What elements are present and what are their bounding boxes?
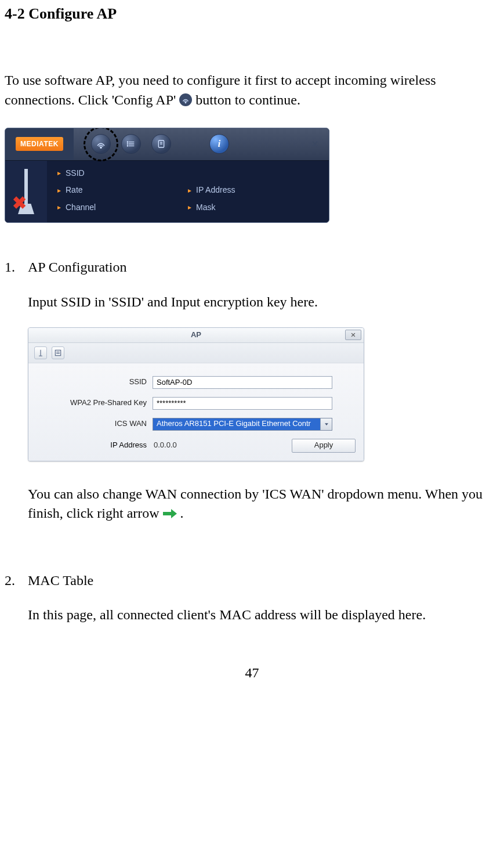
field-ssid: ▸SSID bbox=[57, 168, 188, 179]
ap-config-dialog: AP SSID WPA2 Pre-Shared Key bbox=[28, 327, 364, 461]
input-wpa-key[interactable] bbox=[153, 397, 332, 410]
row-ip: IP Address 0.0.0.0 Apply bbox=[37, 439, 356, 453]
chevron-icon: ▸ bbox=[188, 203, 191, 212]
page-number: 47 bbox=[5, 663, 499, 683]
section-heading: 4-2 Configure AP bbox=[5, 3, 499, 24]
select-value: Atheros AR8151 PCI-E Gigabit Ethernet Co… bbox=[153, 418, 320, 430]
step-number: 2. bbox=[5, 571, 22, 640]
step1-after-text-1: You can also change WAN connection by 'I… bbox=[28, 486, 483, 521]
info-button[interactable]: i bbox=[209, 134, 229, 154]
row-ics: ICS WAN Atheros AR8151 PCI-E Gigabit Eth… bbox=[37, 418, 356, 431]
select-ics-wan[interactable]: Atheros AR8151 PCI-E Gigabit Ethernet Co… bbox=[153, 418, 332, 431]
logo-text: MEDIATEK bbox=[16, 137, 63, 151]
row-wpa: WPA2 Pre-Shared Key bbox=[37, 397, 356, 410]
step-number: 1. bbox=[5, 258, 22, 538]
label-ics: ICS WAN bbox=[37, 418, 147, 429]
chevron-down-icon bbox=[320, 418, 332, 430]
row-ssid: SSID bbox=[37, 376, 356, 389]
field-rate: ▸Rate bbox=[57, 185, 188, 196]
svg-point-0 bbox=[185, 102, 186, 103]
step1-desc: Input SSID in 'SSID' and Input encryptio… bbox=[28, 293, 499, 312]
panel1-close-button[interactable] bbox=[301, 128, 329, 160]
label-ssid: SSID bbox=[37, 377, 147, 387]
chevron-icon: ▸ bbox=[188, 186, 191, 196]
panel1-body: ✖ ▸SSID ▸Rate ▸IP Address ▸Channel ▸Mask bbox=[5, 161, 329, 223]
list-button[interactable] bbox=[121, 134, 141, 154]
field-ip: ▸IP Address bbox=[188, 185, 318, 196]
step1-after-text-2: . bbox=[180, 506, 184, 521]
input-ssid[interactable] bbox=[153, 376, 332, 389]
config-ap-icon bbox=[179, 93, 192, 106]
value-ip: 0.0.0.0 bbox=[153, 440, 286, 450]
svg-point-6 bbox=[127, 143, 128, 144]
dialog-tabs bbox=[28, 343, 364, 363]
intro-paragraph: To use software AP, you need to configur… bbox=[5, 71, 499, 110]
svg-point-1 bbox=[100, 147, 101, 148]
toolbar-icons: i bbox=[74, 128, 301, 160]
tab-list-icon[interactable] bbox=[52, 346, 64, 359]
mediatek-logo: MEDIATEK bbox=[5, 128, 74, 160]
field-channel: ▸Channel bbox=[57, 202, 188, 214]
field-mask: ▸Mask bbox=[188, 202, 318, 214]
chevron-icon: ▸ bbox=[57, 186, 61, 196]
chevron-icon: ▸ bbox=[57, 203, 61, 212]
log-button[interactable] bbox=[151, 134, 171, 154]
svg-rect-19 bbox=[163, 512, 171, 515]
mediatek-panel: MEDIATEK i ✖ bbox=[5, 128, 329, 223]
label-wpa: WPA2 Pre-Shared Key bbox=[37, 398, 147, 408]
dialog-title: AP bbox=[191, 330, 201, 340]
step2-desc: In this page, all connected client's MAC… bbox=[28, 605, 499, 625]
dialog-close-button[interactable] bbox=[345, 330, 361, 340]
step2-title: MAC Table bbox=[28, 571, 499, 591]
right-arrow-icon bbox=[163, 508, 177, 519]
intro-text-2: button to continue. bbox=[195, 92, 300, 107]
svg-point-5 bbox=[127, 142, 128, 142]
apply-button[interactable]: Apply bbox=[292, 439, 356, 453]
panel1-toolbar: MEDIATEK i bbox=[5, 128, 329, 161]
label-ip: IP Address bbox=[37, 440, 147, 450]
antenna-icon: ✖ bbox=[5, 161, 47, 223]
tab-antenna-icon[interactable] bbox=[34, 346, 47, 359]
dialog-titlebar: AP bbox=[28, 328, 364, 343]
svg-point-7 bbox=[127, 146, 128, 146]
step1-after: You can also change WAN connection by 'I… bbox=[28, 485, 499, 524]
step-1: 1. AP Configuration Input SSID in 'SSID'… bbox=[5, 258, 499, 538]
step1-title: AP Configuration bbox=[28, 258, 499, 277]
config-ap-button[interactable] bbox=[91, 134, 111, 154]
step-2: 2. MAC Table In this page, all connected… bbox=[5, 571, 499, 640]
dialog-form: SSID WPA2 Pre-Shared Key ICS WAN Atheros… bbox=[28, 363, 364, 461]
panel1-fields: ▸SSID ▸Rate ▸IP Address ▸Channel ▸Mask bbox=[47, 161, 329, 223]
chevron-icon: ▸ bbox=[57, 168, 61, 178]
